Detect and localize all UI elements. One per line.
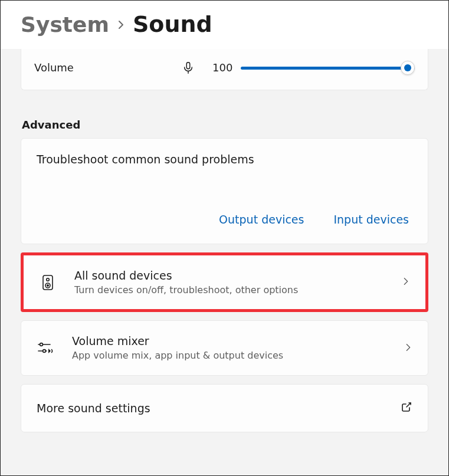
all-sound-devices-row[interactable]: All sound devices Turn devices on/off, t… xyxy=(21,252,428,312)
svg-line-10 xyxy=(407,403,411,407)
chevron-right-icon xyxy=(402,277,410,288)
more-sound-settings-row[interactable]: More sound settings xyxy=(21,384,428,432)
volume-card: Volume 100 xyxy=(21,49,428,90)
volume-slider[interactable] xyxy=(241,61,415,75)
chevron-right-icon xyxy=(404,343,412,354)
volume-mixer-row[interactable]: Volume mixer App volume mix, app input &… xyxy=(21,320,428,375)
mixer-title: Volume mixer xyxy=(72,334,404,349)
mixer-sub: App volume mix, app input & output devic… xyxy=(72,350,404,362)
input-devices-link[interactable]: Input devices xyxy=(333,213,409,226)
svg-rect-0 xyxy=(186,62,190,68)
more-title: More sound settings xyxy=(37,402,401,415)
breadcrumb-current: Sound xyxy=(133,11,212,37)
slider-thumb[interactable] xyxy=(401,61,415,75)
svg-point-3 xyxy=(47,278,50,281)
breadcrumb: System Sound xyxy=(1,1,448,49)
content-panel: Volume 100 Advanced Troubleshoot common … xyxy=(1,49,448,475)
volume-value: 100 xyxy=(212,61,241,74)
svg-point-5 xyxy=(47,285,48,286)
troubleshoot-title: Troubleshoot common sound problems xyxy=(37,153,412,166)
svg-point-9 xyxy=(43,350,46,353)
mixer-icon xyxy=(37,341,54,355)
chevron-right-icon xyxy=(116,17,126,32)
all-devices-sub: Turn devices on/off, troubleshoot, other… xyxy=(74,284,402,297)
svg-point-7 xyxy=(40,343,43,346)
open-external-icon xyxy=(401,401,412,415)
troubleshoot-card: Troubleshoot common sound problems Outpu… xyxy=(21,138,428,244)
output-devices-link[interactable]: Output devices xyxy=(219,213,304,226)
speaker-device-icon xyxy=(39,274,57,291)
breadcrumb-parent[interactable]: System xyxy=(21,12,109,37)
volume-label: Volume xyxy=(34,61,182,74)
all-devices-title: All sound devices xyxy=(74,268,402,283)
advanced-section-title: Advanced xyxy=(22,119,428,131)
microphone-icon[interactable] xyxy=(182,61,212,74)
